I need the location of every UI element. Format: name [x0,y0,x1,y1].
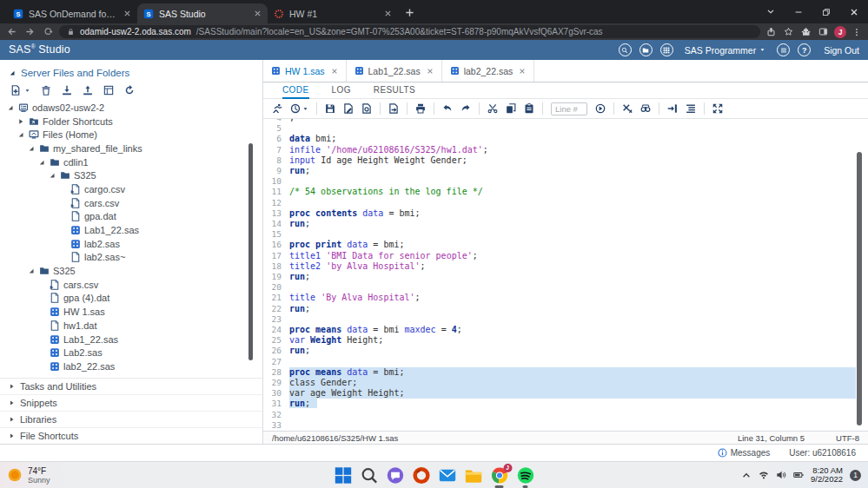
tree-item[interactable]: Files (Home) [0,128,262,142]
tree-item[interactable]: cars.csv [0,278,262,292]
properties-icon[interactable] [103,85,114,96]
maximize-button[interactable] [712,103,723,114]
clock[interactable]: 8:20 AM 9/2/2022 [811,466,843,485]
code-editor[interactable]: 4,56data bmi;7infile '/home/u62108616/S3… [263,119,868,431]
clear-code-button[interactable] [622,103,633,114]
undo-button[interactable] [442,103,453,114]
format-code-button[interactable] [686,103,696,114]
side-panel-icon[interactable] [818,27,828,36]
tree-item[interactable]: Lab1_22.sas [0,223,262,237]
notification-badge[interactable]: 1 [850,470,861,481]
mail-taskbar-button[interactable] [438,466,456,485]
bookmark-star-icon[interactable] [784,27,793,36]
tree-item[interactable]: cargo.csv [0,182,262,196]
section-server-files[interactable]: Server Files and Folders [0,60,262,82]
sidebar-section-tasks-and-utilities[interactable]: Tasks and Utilities [0,379,262,395]
restore-icon[interactable] [822,8,831,16]
minimize-icon[interactable] [794,8,803,16]
view-tab-log[interactable]: LOG [332,82,351,99]
battery-icon[interactable] [793,470,804,480]
view-tab-results[interactable]: RESULTS [374,82,415,99]
sign-out-button[interactable]: Sign Out [824,45,859,56]
tab-search-chevron-icon[interactable] [766,8,775,16]
caret-down-icon[interactable] [24,88,30,94]
expanded-caret-icon[interactable] [17,131,25,138]
paste-button[interactable] [524,103,534,114]
profile-avatar[interactable]: J [834,26,846,38]
tree-item[interactable]: odaws02-usw2-2 [0,101,262,115]
wifi-icon[interactable] [759,470,769,480]
tree-scrollbar[interactable] [248,143,253,360]
tree-item[interactable]: lab2.sas [0,237,262,251]
save-as-button[interactable] [343,103,354,114]
tree-item[interactable]: cdlin1 [0,155,262,169]
tree-item[interactable]: gpa.dat [0,210,262,224]
open-folder-button[interactable] [639,43,653,56]
expanded-caret-icon[interactable] [28,267,36,274]
reload-icon[interactable] [43,27,53,36]
tree-item[interactable]: HW 1.sas [0,305,262,319]
weather-widget[interactable]: 74°F Sunny [7,462,50,488]
browser-tab[interactable]: HW #1 [268,3,398,23]
tree-item[interactable]: lab2_22.sas [0,359,262,373]
refresh-doc-button[interactable] [361,103,372,114]
close-icon[interactable] [123,10,131,17]
download-icon[interactable] [62,85,72,96]
redo-button[interactable] [461,103,471,114]
browser-tab[interactable]: SSAS OnDemand for Academics [7,3,137,23]
expanded-caret-icon[interactable] [38,159,46,166]
expanded-caret-icon[interactable] [28,145,36,152]
office-taskbar-button[interactable] [412,466,430,485]
tree-item[interactable]: Folder Shortcuts [0,115,262,129]
messages-button[interactable]: Messages [718,448,771,458]
editor-scrollbar[interactable] [857,152,862,425]
tree-item[interactable]: gpa (4).dat [0,292,262,306]
editor-tab[interactable]: HW 1.sas [263,60,347,82]
collapsed-caret-icon[interactable] [17,118,25,125]
task-search-taskbar-button[interactable] [360,466,378,485]
close-icon[interactable] [850,8,858,16]
cut-button[interactable] [487,103,498,114]
volume-icon[interactable] [776,470,786,480]
close-icon[interactable] [427,68,434,75]
apps-grid-button[interactable] [660,43,673,56]
close-icon[interactable] [254,10,262,17]
forward-icon[interactable] [25,27,35,36]
close-icon[interactable] [384,10,392,17]
run-button[interactable] [272,103,282,114]
tree-item[interactable]: my_shared_file_links [0,142,262,155]
tree-item[interactable]: S325 [0,264,262,278]
new-file-icon[interactable] [10,85,21,96]
spotify-taskbar-button[interactable] [516,466,534,485]
editor-tab[interactable]: lab2_22.sas [442,60,535,82]
tree-item[interactable]: Lab2.sas [0,346,262,359]
share-icon[interactable] [766,27,776,36]
expanded-caret-icon[interactable] [7,104,15,111]
tree-item[interactable]: lab2.sas~ [0,251,262,265]
chrome-taskbar-button[interactable]: J [490,466,508,485]
search-button[interactable] [619,43,632,56]
view-tab-code[interactable]: CODE [282,82,309,99]
list-menu-button[interactable] [777,43,790,56]
new-program-button[interactable] [388,103,399,114]
print-button[interactable] [415,103,426,114]
explorer-taskbar-button[interactable] [464,466,482,485]
sidebar-section-snippets[interactable]: Snippets [0,395,262,412]
editor-tab[interactable]: Lab1_22.sas [347,60,442,82]
expanded-caret-icon[interactable] [49,172,56,179]
refresh-icon[interactable] [124,85,135,96]
delete-icon[interactable] [41,85,51,96]
tree-item[interactable]: Lab1_22.sas [0,333,262,346]
goto-line-button[interactable] [595,103,606,114]
line-number-input[interactable] [551,102,587,115]
back-icon[interactable] [7,27,17,36]
extensions-icon[interactable] [801,27,811,36]
save-button[interactable] [325,103,335,114]
copy-button[interactable] [506,103,516,114]
tree-item[interactable]: cars.csv [0,196,262,210]
new-tab-icon[interactable] [405,8,414,17]
sidebar-section-file-shortcuts[interactable]: File Shortcuts [0,428,262,445]
help-button[interactable]: ? [798,43,811,56]
chat-taskbar-button[interactable] [386,466,404,485]
upload-icon[interactable] [83,85,93,96]
